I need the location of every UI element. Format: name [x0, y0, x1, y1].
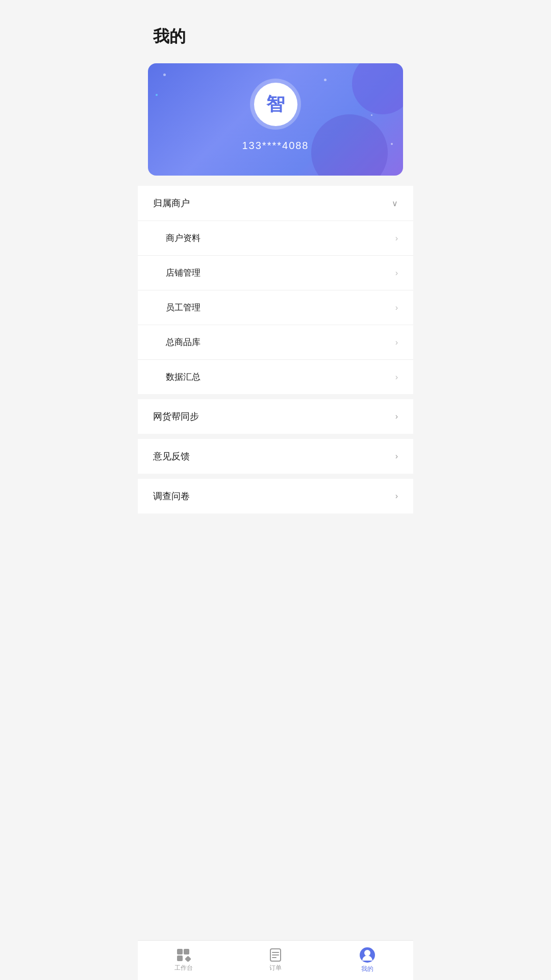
data-summary-label: 数据汇总	[166, 371, 201, 383]
affiliated-merchant-label: 归属商户	[153, 197, 190, 209]
survey-section: 调查问卷 ›	[138, 479, 413, 513]
affiliated-merchant-header[interactable]: 归属商户 ∨	[138, 186, 413, 220]
dot-4	[391, 143, 393, 145]
svg-rect-2	[177, 955, 183, 961]
menu-item-merchant-info[interactable]: 商户资料 ›	[138, 221, 413, 256]
chevron-right-icon: ›	[395, 452, 398, 461]
menu-item-employee-management[interactable]: 员工管理 ›	[138, 290, 413, 325]
workstation-icon	[176, 948, 191, 962]
chevron-right-icon: ›	[395, 373, 398, 382]
product-library-label: 总商品库	[166, 336, 201, 348]
user-phone: 133****4088	[242, 140, 309, 152]
avatar: 智	[254, 83, 297, 126]
avatar-logo: 智	[266, 92, 285, 117]
orders-icon	[268, 948, 283, 962]
svg-rect-1	[184, 949, 189, 954]
wanghuobang-header[interactable]: 网货帮同步 ›	[138, 399, 413, 434]
survey-label: 调查问卷	[153, 490, 190, 502]
dot-1	[163, 74, 166, 76]
chevron-right-icon: ›	[395, 234, 398, 243]
feedback-section: 意见反馈 ›	[138, 439, 413, 474]
mine-icon	[360, 947, 375, 963]
merchant-info-label: 商户资料	[166, 232, 201, 244]
feedback-label: 意见反馈	[153, 450, 190, 462]
profile-card: 智 133****4088	[148, 63, 403, 176]
employee-management-label: 员工管理	[166, 302, 201, 313]
wanghuobang-section: 网货帮同步 ›	[138, 399, 413, 434]
dot-3	[324, 79, 327, 81]
nav-workstation[interactable]: 工作台	[138, 941, 230, 980]
svg-rect-0	[177, 949, 183, 954]
chevron-right-icon: ›	[395, 303, 398, 312]
menu-item-store-management[interactable]: 店铺管理 ›	[138, 256, 413, 290]
chevron-right-icon: ›	[395, 492, 398, 501]
chevron-right-icon: ›	[395, 338, 398, 347]
feedback-header[interactable]: 意见反馈 ›	[138, 439, 413, 474]
page-container: 我的 智 133****4088 归属商户 ∨ 商户资料 ›	[138, 0, 413, 980]
page-title: 我的	[153, 26, 398, 48]
affiliated-merchant-submenu: 商户资料 › 店铺管理 › 员工管理 › 总商品库 › 数据汇总 ›	[138, 220, 413, 394]
affiliated-merchant-section: 归属商户 ∨ 商户资料 › 店铺管理 › 员工管理 › 总商品库 › 数据汇总 …	[138, 186, 413, 394]
workstation-tab-label: 工作台	[174, 964, 193, 972]
chevron-down-icon: ∨	[392, 199, 398, 208]
svg-rect-3	[185, 955, 191, 962]
survey-header[interactable]: 调查问卷 ›	[138, 479, 413, 513]
store-management-label: 店铺管理	[166, 267, 201, 279]
menu-item-product-library[interactable]: 总商品库 ›	[138, 325, 413, 360]
orders-tab-label: 订单	[269, 964, 282, 972]
avatar-container: 智	[250, 79, 301, 130]
wanghuobang-label: 网货帮同步	[153, 410, 199, 423]
chevron-right-icon: ›	[395, 268, 398, 278]
dot-2	[156, 94, 158, 96]
mine-tab-label: 我的	[361, 965, 373, 973]
nav-mine[interactable]: 我的	[321, 941, 413, 980]
page-header: 我的	[138, 0, 413, 58]
nav-orders[interactable]: 订单	[230, 941, 321, 980]
menu-item-data-summary[interactable]: 数据汇总 ›	[138, 360, 413, 394]
bottom-nav: 工作台 订单 我的	[138, 940, 413, 980]
chevron-right-icon: ›	[395, 412, 398, 421]
dot-5	[371, 114, 372, 116]
